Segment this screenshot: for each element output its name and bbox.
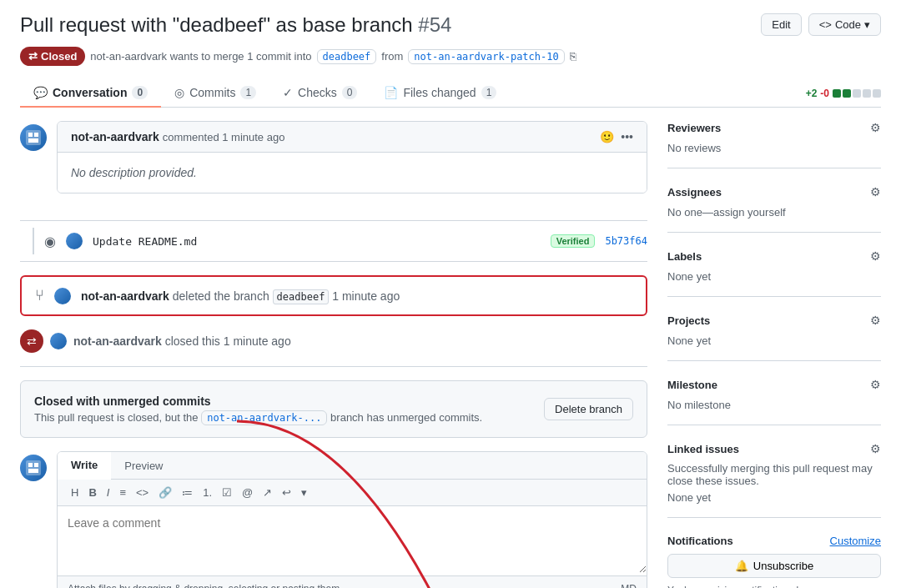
- toolbar-code[interactable]: <>: [133, 485, 152, 500]
- toolbar-ordered-list[interactable]: 1.: [199, 485, 215, 500]
- separator: [20, 366, 647, 367]
- sidebar-linked-issues: Linked issues ⚙ Successfully merging thi…: [667, 442, 881, 518]
- conversation-icon: 💬: [33, 86, 48, 99]
- svg-rect-0: [26, 130, 41, 145]
- closed-event-avatar-sm: [50, 333, 67, 349]
- pr-title: Pull request with "deadbeef" as base bra…: [20, 13, 761, 37]
- toolbar-link[interactable]: 🔗: [155, 485, 175, 500]
- comment-time: commented 1 minute ago: [163, 131, 285, 143]
- editor-tabs: Write Preview: [58, 452, 647, 480]
- svg-rect-7: [28, 469, 38, 473]
- closed-icon: ⇄: [28, 50, 38, 63]
- commenter-avatar: [20, 124, 47, 151]
- commits-icon: ◎: [174, 86, 184, 99]
- notifications-description: You're receiving notifications because y…: [667, 585, 881, 588]
- sidebar-assignees: Assignees ⚙ No one—assign yourself: [667, 185, 881, 233]
- unmerged-title: Closed with unmerged commits: [34, 395, 482, 408]
- editor-footer: Attach files by dragging & dropping, sel…: [58, 575, 647, 588]
- branch-delete-text: not-an-aardvark deleted the branch deadb…: [81, 289, 400, 303]
- edit-button[interactable]: Edit: [761, 13, 801, 36]
- svg-rect-4: [26, 460, 41, 475]
- comment-header: not-an-aardvark commented 1 minute ago 🙂…: [58, 122, 647, 153]
- toolbar-heading[interactable]: H: [68, 485, 82, 500]
- unmerged-commits-box: Closed with unmerged commits This pull r…: [20, 380, 647, 438]
- customize-link[interactable]: Customize: [830, 535, 881, 547]
- delete-branch-button[interactable]: Delete branch: [544, 398, 633, 420]
- tabs-bar: 💬 Conversation 0 ◎ Commits 1 ✓ Checks 0 …: [20, 79, 881, 108]
- sidebar-milestone: Milestone ⚙ No milestone: [667, 378, 881, 425]
- svg-rect-6: [34, 463, 38, 467]
- diff-block-neutral2: [863, 89, 871, 98]
- branch-delete-event: ⑂ not-an-aardvark deleted the branch dea…: [20, 275, 647, 316]
- toolbar-unordered-list[interactable]: ≔: [179, 485, 196, 500]
- from-text: from: [381, 50, 403, 63]
- markdown-icon: MD: [621, 583, 637, 588]
- commit-avatar-sm: [66, 233, 83, 249]
- files-icon: 📄: [384, 86, 398, 99]
- toolbar-undo[interactable]: ↩: [279, 485, 294, 500]
- branch-delete-avatar-sm: [54, 288, 71, 304]
- editor-avatar: [20, 455, 47, 481]
- closed-event-icon: ⇄: [20, 329, 43, 353]
- emoji-reaction-icon[interactable]: 🙂: [600, 130, 614, 143]
- comment-textarea[interactable]: [58, 506, 647, 573]
- chevron-down-icon: ▾: [864, 18, 870, 31]
- diff-block-neutral: [853, 89, 861, 98]
- toolbar-more[interactable]: ▾: [298, 485, 310, 500]
- sidebar-labels: Labels ⚙ None yet: [667, 249, 881, 297]
- editor-footer-text: Attach files by dragging & dropping, sel…: [68, 583, 343, 588]
- labels-gear-icon[interactable]: ⚙: [870, 249, 881, 263]
- assignees-gear-icon[interactable]: ⚙: [870, 185, 881, 199]
- toolbar-mention[interactable]: @: [239, 485, 256, 500]
- code-icon: <>: [819, 18, 832, 31]
- tab-checks[interactable]: ✓ Checks 0: [269, 79, 370, 108]
- tab-conversation[interactable]: 💬 Conversation 0: [20, 79, 161, 108]
- tab-commits[interactable]: ◎ Commits 1: [161, 79, 269, 108]
- unmerged-branch-link[interactable]: not-an-aardvark-...: [201, 410, 327, 425]
- preview-tab[interactable]: Preview: [111, 452, 176, 479]
- more-options-icon[interactable]: •••: [621, 130, 633, 143]
- svg-rect-2: [34, 133, 38, 137]
- toolbar-bold[interactable]: B: [85, 485, 99, 500]
- comment-editor: Write Preview H B I ≡ <> 🔗 ≔ 1. ☑ @: [57, 451, 647, 588]
- projects-gear-icon[interactable]: ⚙: [870, 314, 881, 327]
- svg-rect-5: [28, 463, 33, 467]
- unmerged-desc: This pull request is closed, but the not…: [34, 411, 482, 424]
- diff-block-add2: [843, 89, 851, 98]
- comment-author: not-an-aardvark: [71, 130, 159, 143]
- sidebar-notifications: Notifications Customize 🔔 Unsubscribe Yo…: [667, 535, 881, 588]
- commit-dot-icon: ◉: [44, 234, 56, 249]
- pr-meta-description: not-an-aardvark wants to merge 1 commit …: [90, 50, 311, 63]
- unsubscribe-button[interactable]: 🔔 Unsubscribe: [667, 554, 881, 578]
- sidebar-reviewers: Reviewers ⚙ No reviews: [667, 121, 881, 168]
- editor-toolbar: H B I ≡ <> 🔗 ≔ 1. ☑ @ ↗ ↩ ▾: [58, 480, 647, 506]
- code-button[interactable]: <> Code ▾: [808, 13, 881, 36]
- head-branch-link[interactable]: not-an-aardvark-patch-10: [408, 49, 564, 64]
- svg-rect-3: [28, 138, 38, 143]
- milestone-gear-icon[interactable]: ⚙: [870, 378, 881, 391]
- base-branch-link[interactable]: deadbeef: [317, 49, 377, 64]
- reviewers-gear-icon[interactable]: ⚙: [870, 121, 881, 134]
- sidebar-projects: Projects ⚙ None yet: [667, 314, 881, 361]
- bell-icon: 🔔: [735, 560, 748, 572]
- toolbar-ref[interactable]: ↗: [259, 485, 275, 500]
- commit-sha-link[interactable]: 5b73f64: [605, 235, 647, 247]
- checks-icon: ✓: [283, 86, 293, 99]
- diff-block-neutral3: [873, 89, 881, 98]
- linked-issues-gear-icon[interactable]: ⚙: [870, 442, 881, 455]
- tab-files-changed[interactable]: 📄 Files changed 1: [370, 79, 510, 108]
- closed-badge: ⇄ Closed: [20, 47, 85, 66]
- comment-body: No description provided.: [58, 153, 647, 193]
- toolbar-quote[interactable]: ≡: [116, 485, 129, 500]
- diff-block-add: [833, 89, 841, 98]
- diff-stat: +2 -0: [806, 88, 881, 99]
- commit-message: Update README.md: [93, 235, 197, 248]
- toolbar-italic[interactable]: I: [103, 485, 113, 500]
- write-tab[interactable]: Write: [58, 452, 111, 480]
- toolbar-tasklist[interactable]: ☑: [219, 485, 235, 500]
- verified-badge: Verified: [551, 234, 596, 248]
- svg-rect-1: [28, 133, 33, 137]
- sidebar: Reviewers ⚙ No reviews Assignees ⚙ No on…: [667, 121, 881, 588]
- closed-event: ⇄ not-an-aardvark closed this 1 minute a…: [20, 329, 647, 353]
- copy-icon[interactable]: ⎘: [570, 50, 576, 63]
